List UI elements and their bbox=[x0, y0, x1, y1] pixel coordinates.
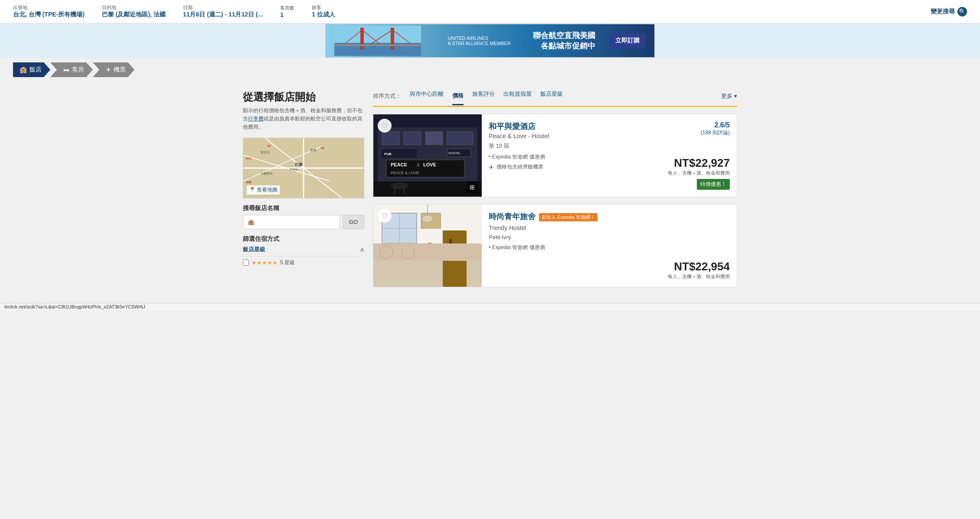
hotel-card-trendy: ♡ bbox=[373, 204, 737, 287]
luggage-fee-link[interactable]: 行李費 bbox=[248, 116, 264, 122]
svg-text:凡爾賽宮: 凡爾賽宮 bbox=[261, 172, 273, 175]
gallery-icon[interactable]: ⊞ bbox=[466, 181, 478, 193]
svg-rect-55 bbox=[373, 243, 482, 261]
hotel-price-note-trendy: 每人，含機＋酒、稅金和費用 bbox=[668, 273, 730, 280]
change-search-button[interactable]: 變更搜尋 🔍 bbox=[931, 7, 967, 16]
sort-vacation[interactable]: 出租渡假屋 bbox=[503, 90, 532, 102]
hotel-info-peace-love: 和平與愛酒店 Peace & Love - Hostel 第 10 區 • Ex… bbox=[482, 114, 650, 197]
svg-rect-26 bbox=[382, 132, 399, 145]
svg-text:&: & bbox=[417, 162, 420, 167]
image-gallery-icon: ⊞ bbox=[470, 184, 475, 191]
hotel-search-icon: 🏨 bbox=[248, 219, 255, 225]
svg-text:巴黎: 巴黎 bbox=[295, 162, 303, 167]
hotel-card-peace-love: ♡ PUB bbox=[373, 114, 737, 197]
breadcrumb-nav: 🏨 飯店 🛏 客房 ✈ 機票 bbox=[0, 58, 980, 81]
tab-flight[interactable]: ✈ 機票 bbox=[93, 62, 134, 77]
hotel-name-input[interactable]: 🏨 bbox=[243, 215, 340, 229]
star-rating-display: ★★★★★ bbox=[252, 260, 278, 266]
svg-rect-29 bbox=[447, 132, 473, 145]
hotel-icon: 🏨 bbox=[20, 66, 27, 73]
date-label: 日期 bbox=[183, 4, 263, 11]
rooms-value: 1 bbox=[280, 11, 294, 18]
status-bar: leclick.net/aclk?sa=L&ai=C8t1UBngpW4zPHs… bbox=[0, 303, 980, 310]
favorite-button-trendy[interactable]: ♡ bbox=[378, 209, 392, 223]
chevron-up-icon[interactable]: ∧ bbox=[360, 246, 364, 253]
svg-text:聖但尼: 聖但尼 bbox=[261, 150, 270, 153]
hotel-deal: • Expedia 智遊網 優惠價 bbox=[489, 153, 643, 161]
hotel-stars-header: 飯店星級 ∧ bbox=[243, 246, 364, 256]
advertisement-banner: UNITED AIRLINES A STAR ALLIANCE MEMBER 聯… bbox=[0, 23, 980, 58]
departure-value: 台北, 台灣 (TPE-所有機場) bbox=[13, 11, 85, 19]
hotel-deal-trendy: • Expedia 智遊網 優惠價 bbox=[489, 244, 643, 251]
tab-room[interactable]: 🛏 客房 bbox=[50, 62, 93, 77]
change-search-label: 變更搜尋 bbox=[931, 8, 955, 16]
main-content: 從選擇飯店開始 顯示的行程價格包含機＋酒、稅金和服務費，但不包含行李費或是由負責… bbox=[230, 81, 750, 303]
sidebar: 從選擇飯店開始 顯示的行程價格包含機＋酒、稅金和服務費，但不包含行李費或是由負責… bbox=[243, 90, 364, 294]
sort-distance[interactable]: 與市中心距離 bbox=[410, 90, 444, 102]
search-go-button[interactable]: GO bbox=[343, 215, 364, 229]
hotel-image-peace-love: ♡ PUB bbox=[373, 114, 482, 197]
guests-field: 旅客 1 位成人 bbox=[312, 4, 335, 19]
svg-point-40 bbox=[391, 182, 408, 189]
filter-title: 篩選住宿方式 bbox=[243, 235, 364, 243]
sort-rating[interactable]: 旅客評分 bbox=[472, 90, 495, 102]
hotel-price-peace-love: 2.6/5 (198 則評論) NT$22,927 每人，含機＋酒、稅金和費用 … bbox=[650, 114, 737, 197]
svg-text:A4: A4 bbox=[320, 146, 324, 149]
sort-bar: 排序方式： 與市中心距離 價格 旅客評分 出租渡假屋 飯店星級 更多 ▾ bbox=[373, 90, 737, 107]
filter-section: 篩選住宿方式 飯店星級 ∧ ★★★★★ 5 星級 bbox=[243, 235, 364, 266]
view-map-link[interactable]: 📍 查看地圖 bbox=[247, 185, 280, 195]
hotel-review-count[interactable]: (198 則評論) bbox=[701, 129, 730, 136]
tab-flight-label: 機票 bbox=[114, 66, 126, 74]
banner-text: 聯合航空直飛美國 各點城市促銷中 bbox=[533, 30, 595, 51]
hotel-name-text-input[interactable] bbox=[257, 219, 335, 225]
hotel-price-note: 每人，含機＋酒、稅金和費用 bbox=[668, 170, 730, 176]
rooms-label: 客房數 bbox=[280, 5, 294, 11]
hotel-name-zh-trendy[interactable]: 時尚青年旅舍 bbox=[489, 211, 536, 222]
url-display: leclick.net/aclk?sa=L&ai=C8t1UBngpW4zPHs… bbox=[4, 304, 145, 309]
banner-content: UNITED AIRLINES A STAR ALLIANCE MEMBER 聯… bbox=[325, 24, 655, 58]
page-subtitle: 顯示的行程價格包含機＋酒、稅金和服務費，但不包含行李費或是由負責本航程的航空公司… bbox=[243, 107, 364, 132]
rooms-field: 客房數 1 bbox=[280, 5, 294, 18]
hotel-rating: 2.6/5 bbox=[714, 121, 730, 129]
hotel-price: NT$22,927 bbox=[674, 156, 730, 170]
hotel-price-trendy-value: NT$22,954 bbox=[674, 260, 730, 273]
5star-checkbox[interactable] bbox=[243, 260, 249, 266]
hotel-district: 第 10 區 bbox=[489, 142, 643, 150]
svg-text:A13: A13 bbox=[246, 157, 251, 160]
tab-hotel-label: 飯店 bbox=[29, 66, 42, 74]
map-image: 巴黎 Paris 凡爾賽宮 莫城 聖但尼 A13 A1 A4 A6B 📍 查看地… bbox=[243, 138, 364, 198]
svg-rect-8 bbox=[334, 44, 421, 46]
svg-text:LOVE: LOVE bbox=[423, 162, 436, 167]
date-field: 日期 11月6日 (週二) - 11月12日 (... bbox=[183, 4, 263, 19]
content-area: 排序方式： 與市中心距離 價格 旅客評分 出租渡假屋 飯店星級 更多 ▾ ♡ bbox=[364, 90, 737, 294]
search-hotel-section: 搜尋飯店名稱 🏨 GO bbox=[243, 204, 364, 229]
svg-text:莫城: 莫城 bbox=[310, 148, 316, 152]
guests-label: 旅客 bbox=[312, 4, 335, 11]
svg-point-59 bbox=[422, 215, 433, 222]
map-container: 巴黎 Paris 凡爾賽宮 莫城 聖但尼 A13 A1 A4 A6B 📍 查看地… bbox=[243, 138, 364, 198]
guests-value: 1 位成人 bbox=[312, 11, 335, 19]
banner-cta-button[interactable]: 立即訂購 bbox=[609, 33, 646, 48]
favorite-button[interactable]: ♡ bbox=[378, 119, 392, 133]
new-expedia-badge: 新加入 Expedia 智遊網！ bbox=[539, 213, 598, 221]
sort-price[interactable]: 價格 bbox=[452, 92, 464, 105]
svg-rect-27 bbox=[404, 132, 421, 145]
tab-hotel[interactable]: 🏨 飯店 bbox=[13, 62, 50, 77]
hotel-stars-label: 飯店星級 bbox=[243, 246, 265, 253]
svg-text:Paris: Paris bbox=[290, 167, 297, 171]
hotel-special-badge: 特價優惠！ bbox=[697, 179, 730, 190]
svg-text:A1: A1 bbox=[267, 144, 271, 147]
hotel-price-trendy: NT$22,954 每人，含機＋酒、稅金和費用 bbox=[650, 204, 737, 287]
hotel-district-trendy: Petit-Ivry bbox=[489, 234, 643, 240]
plane-icon: ✈ bbox=[489, 164, 494, 171]
departure-field: 出發地 台北, 台灣 (TPE-所有機場) bbox=[13, 4, 85, 19]
star-label: 5 星級 bbox=[280, 259, 295, 266]
sort-stars[interactable]: 飯店星級 bbox=[540, 90, 563, 102]
hotel-name-zh[interactable]: 和平與愛酒店 bbox=[489, 121, 643, 132]
sort-more[interactable]: 更多 ▾ bbox=[721, 92, 737, 100]
hotel-name-en-trendy: Trendy Hostel bbox=[489, 224, 643, 231]
hotel-image-trendy: ♡ bbox=[373, 204, 482, 287]
svg-text:HOSTEL: HOSTEL bbox=[448, 152, 461, 155]
destination-field: 目的地 巴黎 (及鄰近地區), 法國 bbox=[102, 4, 166, 19]
sort-label: 排序方式： bbox=[373, 92, 401, 100]
